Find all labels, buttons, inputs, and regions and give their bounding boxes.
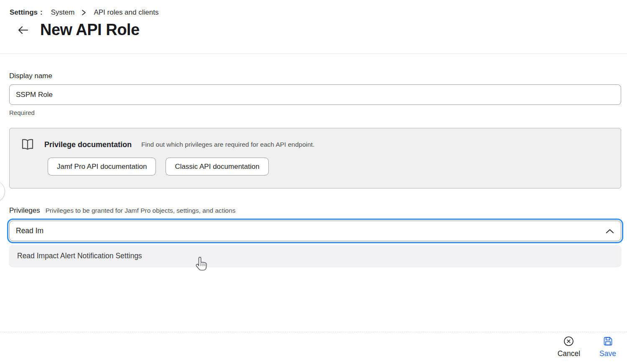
main-content: Display name Required Privilege document… [0,72,627,267]
jamf-pro-api-documentation-button[interactable]: Jamf Pro API documentation [48,158,156,176]
display-name-required-text: Required [9,109,621,116]
breadcrumb-system[interactable]: System [51,8,75,17]
open-book-icon [20,138,35,151]
display-name-label: Display name [9,72,621,80]
floppy-disk-icon [603,336,613,346]
footer-actions: Cancel Save [0,332,627,358]
back-button[interactable] [15,23,31,37]
chevron-right-icon [81,9,87,16]
chevron-up-icon [606,229,614,234]
breadcrumb-colon: : [40,8,43,17]
breadcrumb-api-roles: API roles and clients [94,8,158,17]
documentation-buttons: Jamf Pro API documentation Classic API d… [48,158,621,176]
privilege-documentation-header: Privilege documentation Find out which p… [10,138,621,151]
save-label: Save [599,349,616,358]
classic-api-documentation-button[interactable]: Classic API documentation [166,158,268,176]
combobox-toggle-button[interactable] [599,221,621,241]
page-header: Settings : System API roles and clients … [0,0,627,54]
save-button[interactable]: Save [599,336,616,358]
privilege-documentation-card: Privilege documentation Find out which p… [9,128,621,188]
privileges-helper-text: Privileges to be granted for Jamf Pro ob… [46,207,236,214]
privilege-documentation-subtitle: Find out which privileges are required f… [141,141,314,148]
footer-bar: Cancel Save [0,332,627,358]
title-row: New API Role [15,21,627,39]
dropdown-option-read-impact-alert[interactable]: Read Impact Alert Notification Settings [9,245,621,267]
cancel-button[interactable]: Cancel [558,336,580,358]
privileges-dropdown: Read Impact Alert Notification Settings [9,245,621,267]
privileges-combobox[interactable] [9,221,621,241]
page-title: New API Role [40,21,140,39]
privileges-search-input[interactable] [10,221,599,241]
back-arrow-icon [17,25,29,35]
privilege-documentation-title: Privilege documentation [44,140,132,149]
circle-x-icon [563,336,574,346]
display-name-input[interactable] [9,84,621,105]
privileges-label: Privileges [9,206,40,215]
cancel-label: Cancel [558,349,580,358]
breadcrumb-settings[interactable]: Settings [10,8,38,17]
breadcrumb: Settings : System API roles and clients [0,0,627,17]
privileges-label-row: Privileges Privileges to be granted for … [9,206,621,215]
